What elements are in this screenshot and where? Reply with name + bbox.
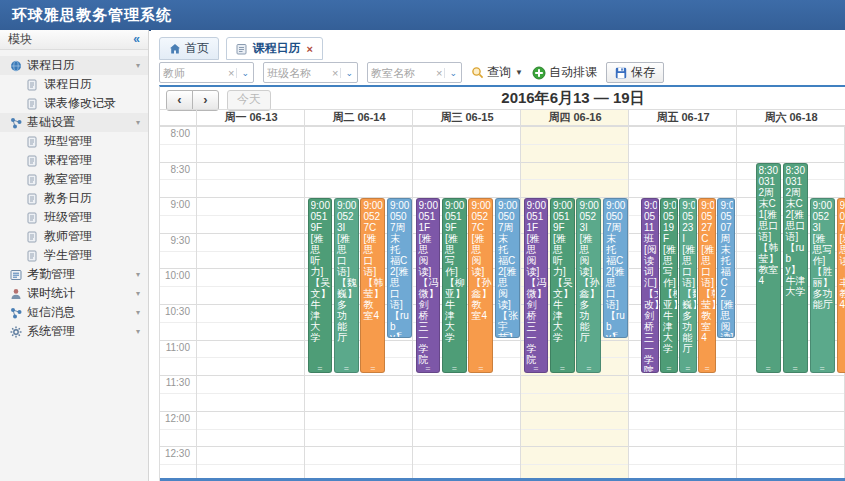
sidebar-item-class-type-mgmt[interactable]: 班型管理 [0, 132, 148, 151]
clear-icon[interactable]: × [434, 67, 444, 79]
event-resize-handle[interactable]: = [680, 364, 696, 372]
event-resize-handle[interactable]: = [361, 364, 384, 372]
tab-home[interactable]: 首页 [159, 37, 219, 60]
caret-icon: ▾ [136, 303, 140, 322]
event-block[interactable]: 8:30 - 11:300312周末C1[雅思口语]【韩莹】教室4= [756, 163, 782, 374]
today-button[interactable]: 今天 [227, 90, 271, 111]
event-block[interactable]: 9:00 - 11:000507周末托福C2[雅思阅读]【张宇苗】精品2= [717, 198, 735, 337]
person-icon [10, 288, 22, 300]
event-block[interactable]: 9:00 - 11:300511F[雅思阅读]【冯微】剑桥三一学院= [524, 198, 549, 373]
teacher-filter-combo: × ⌄ [159, 62, 254, 83]
event-block[interactable]: 9:00 - 11:300519F[雅思写作]【柳亚】牛津大学= [442, 198, 467, 373]
event-resize-handle[interactable]: = [604, 329, 627, 337]
chevron-down-icon[interactable]: ⌄ [444, 68, 461, 78]
event-resize-handle[interactable]: = [525, 364, 548, 372]
event-block[interactable]: 9:00 - 11:300511F[雅思阅读]【冯微】剑桥三一学院= [416, 198, 441, 373]
event-resize-handle[interactable]: = [661, 364, 677, 372]
close-tab-icon[interactable]: × [306, 43, 312, 55]
event-block[interactable]: 9:00 - 11:300527C[雅思阅读]【孙丰】教室4= [837, 198, 845, 373]
sidebar-item-basic-settings-group[interactable]: 基础设置▾ [0, 113, 148, 132]
save-button-label: 保存 [631, 64, 655, 81]
auto-schedule-button[interactable]: 自动排课 [532, 64, 597, 81]
collapse-sidebar-icon[interactable]: « [133, 30, 140, 49]
event-resize-handle[interactable]: = [551, 364, 574, 372]
event-resize-handle[interactable]: = [811, 364, 835, 372]
grid-line [160, 144, 845, 145]
event-block[interactable]: 8:30 - 11:300312周末C2[雅思口语]【ruby】牛津大学= [783, 163, 809, 374]
sidebar-item-label: 课表修改记录 [44, 94, 116, 113]
event-time: 9:00 - 11:30 [337, 200, 357, 211]
event-resize-handle[interactable]: = [699, 364, 715, 372]
event-block[interactable]: 9:00 - 11:300519F[雅思听力]【吴文】牛津大学= [308, 198, 333, 373]
event-resize-handle[interactable]: = [577, 364, 600, 372]
chevron-down-icon[interactable]: ⌄ [340, 68, 357, 78]
event-block[interactable]: 9:00 - 11:300523I[雅思阅读]【孙鑫】多功能厅= [576, 198, 601, 373]
event-block[interactable]: 9:00 - 11:000507周末托福C2[雅思阅读]【张宇苗】精品2= [495, 198, 520, 337]
event-time: 9:00 - 11:30 [813, 200, 834, 211]
event-block[interactable]: 9:00 - 11:300527C[雅思口语]【韩莹】教室4= [698, 198, 716, 373]
event-block[interactable]: 9:00 - 11:300519F[雅思写作]【柳亚】牛津大学= [660, 198, 678, 373]
sidebar-item-classroom-mgmt[interactable]: 教室管理 [0, 170, 148, 189]
clear-icon[interactable]: × [226, 67, 236, 79]
event-resize-handle[interactable]: = [443, 364, 466, 372]
event-block[interactable]: 9:00 - 11:300523I[雅思口语]【魏巍】多功能厅= [334, 198, 359, 373]
event-block[interactable]: 9:00 - 11:300523I[雅思写作]【胜丽】多功能厅= [810, 198, 836, 373]
event-title: 0527C[雅思阅读]【孙鑫】教室4 [471, 211, 491, 321]
sidebar-item-course-calendar[interactable]: 课程日历 [0, 75, 148, 94]
event-block[interactable]: 9:00 - 11:300511班[阅读词汇]【文改】剑桥三一学院= [641, 198, 659, 373]
query-button[interactable]: 查询 ▼ [471, 64, 523, 81]
sidebar-item-class-mgmt[interactable]: 班级管理 [0, 208, 148, 227]
caret-icon: ▾ [136, 56, 140, 75]
classroom-filter-input[interactable] [368, 67, 434, 79]
sidebar-item-hours-statistics[interactable]: 课时统计▾ [0, 284, 148, 303]
class-name-filter-input[interactable] [264, 67, 330, 79]
tab-course-calendar[interactable]: 课程日历 × [226, 37, 322, 60]
chevron-down-icon[interactable]: ⌄ [236, 68, 253, 78]
clear-icon[interactable]: × [330, 67, 340, 79]
sidebar-item-course-mgmt[interactable]: 课程管理 [0, 151, 148, 170]
event-resize-handle[interactable]: = [642, 364, 658, 372]
save-button[interactable]: 保存 [606, 62, 664, 83]
event-resize-handle[interactable]: = [388, 329, 411, 337]
column-line [196, 126, 197, 479]
teacher-filter-input[interactable] [160, 67, 226, 79]
day-header-5: 周六 06-18 [736, 110, 845, 125]
event-resize-handle[interactable]: = [417, 364, 440, 372]
event-block[interactable]: 9:00 - 11:000507周末托福C2[雅思口语]【ruby】精品2= [387, 198, 412, 337]
event-title: 0511班[阅读词汇]【文改】剑桥三一学院 [644, 211, 657, 373]
event-block[interactable]: 9:00 - 11:300527C[雅思阅读]【孙鑫】教室4= [468, 198, 493, 373]
next-week-button[interactable]: › [192, 90, 219, 111]
sidebar-item-course-calendar-group[interactable]: 课程日历▾ [0, 56, 148, 75]
sidebar-item-system-mgmt[interactable]: 系统管理▾ [0, 322, 148, 341]
event-block[interactable]: 9:00 - 11:000507周末托福C2[雅思口语]【ruby】精品2= [603, 198, 628, 337]
prev-week-button[interactable]: ‹ [166, 90, 193, 111]
event-resize-handle[interactable]: = [496, 329, 519, 337]
event-block[interactable]: 9:00 - 11:300519F[雅思听力]【吴文】牛津大学= [550, 198, 575, 373]
column-line [412, 126, 413, 479]
calendar-doc-icon [236, 43, 248, 55]
event-resize-handle[interactable]: = [718, 329, 734, 337]
doc-icon [27, 212, 39, 224]
event-title: 0519F[雅思听力]【吴文】牛津大学 [311, 211, 331, 343]
event-resize-handle[interactable]: = [838, 364, 845, 372]
event-title: 0523I[雅思阅读]【孙鑫】多功能厅 [579, 211, 599, 343]
sidebar-item-student-mgmt[interactable]: 学生管理 [0, 246, 148, 265]
event-resize-handle[interactable]: = [335, 364, 358, 372]
calendar-grid[interactable]: 8:008:309:009:3010:0010:3011:0011:3012:0… [160, 126, 845, 479]
sidebar-item-attendance-mgmt[interactable]: 考勤管理▾ [0, 265, 148, 284]
event-title: 0511F[雅思阅读]【冯微】剑桥三一学院 [419, 211, 439, 365]
grid-line [160, 429, 845, 430]
event-block[interactable]: 9:00 - 11:300523I[雅思口语]【魏巍】多功能厅= [679, 198, 697, 373]
event-title: 0527C[雅思口语]【韩莹】教室4 [363, 211, 383, 321]
event-block[interactable]: 9:00 - 11:300527C[雅思口语]【韩莹】教室4= [360, 198, 385, 373]
sidebar-item-edu-calendar[interactable]: 教务日历 [0, 189, 148, 208]
event-resize-handle[interactable]: = [469, 364, 492, 372]
sidebar-item-teacher-mgmt[interactable]: 教师管理 [0, 227, 148, 246]
time-label: 10:30 [160, 306, 190, 317]
sidebar-item-sms-message[interactable]: 短信消息▾ [0, 303, 148, 322]
sidebar-item-timetable-change-log[interactable]: 课表修改记录 [0, 94, 148, 113]
event-resize-handle[interactable]: = [757, 364, 781, 372]
event-resize-handle[interactable]: = [784, 364, 808, 372]
event-resize-handle[interactable]: = [309, 364, 332, 372]
event-time: 9:00 - 11:30 [840, 200, 845, 211]
